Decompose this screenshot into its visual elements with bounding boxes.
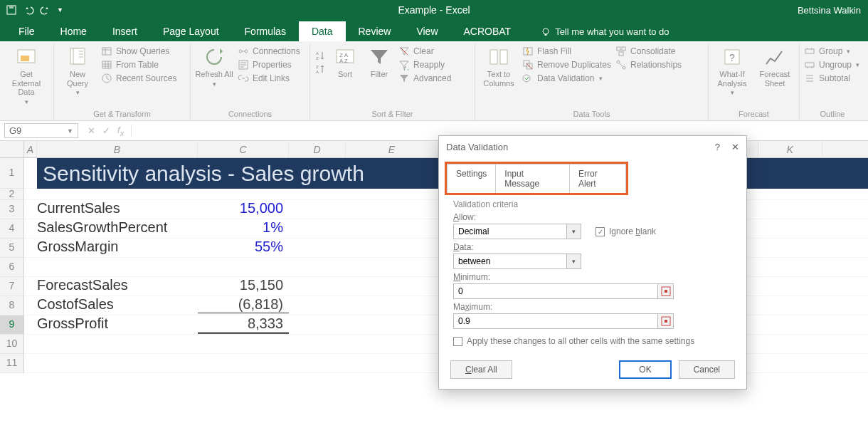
text-to-columns-button[interactable]: Text to Columns	[480, 46, 518, 88]
tab-review[interactable]: Review	[346, 21, 404, 41]
tab-error-alert[interactable]: Error Alert	[570, 164, 626, 193]
clear-all-button[interactable]: Clear All	[450, 360, 512, 379]
range-select-icon[interactable]	[658, 313, 674, 329]
col-header-b[interactable]: B	[37, 141, 198, 157]
edit-links-button[interactable]: Edit Links	[238, 73, 300, 84]
data-select[interactable]	[453, 254, 567, 269]
apply-all-checkbox[interactable]: Apply these changes to all other cells w…	[453, 336, 732, 346]
cancel-button[interactable]: Cancel	[679, 360, 735, 379]
select-all-corner[interactable]	[0, 141, 24, 157]
connections-button[interactable]: Connections	[238, 46, 300, 57]
edit-links-icon	[238, 73, 249, 84]
row-header[interactable]: 11	[0, 354, 24, 373]
flash-fill-button[interactable]: Flash Fill	[522, 46, 611, 57]
ok-button[interactable]: OK	[619, 360, 671, 379]
range-select-icon[interactable]	[658, 283, 674, 299]
row-header[interactable]: 6	[0, 258, 24, 277]
row-header[interactable]: 5	[0, 239, 24, 258]
sort-az-button[interactable]: AZ	[314, 50, 326, 61]
svg-rect-27	[617, 47, 620, 51]
svg-text:A Z: A Z	[339, 58, 348, 64]
new-query-icon	[66, 46, 89, 68]
properties-icon	[238, 59, 249, 70]
row-header[interactable]: 10	[0, 335, 24, 354]
col-header-d[interactable]: D	[289, 141, 346, 157]
svg-rect-28	[622, 47, 625, 51]
tab-acrobat[interactable]: ACROBAT	[451, 21, 524, 41]
enter-formula-icon[interactable]: ✓	[102, 125, 110, 136]
data-validation-button[interactable]: Data Validation▾	[522, 73, 611, 84]
tab-view[interactable]: View	[403, 21, 450, 41]
what-if-button[interactable]: ? What-If Analysis▾	[713, 46, 751, 97]
allow-select[interactable]	[453, 224, 567, 239]
col-header-c[interactable]: C	[198, 141, 289, 157]
maximum-input[interactable]	[453, 313, 658, 329]
properties-button[interactable]: Properties	[238, 59, 300, 70]
row-header[interactable]: 7	[0, 277, 24, 296]
redo-icon[interactable]	[40, 4, 51, 16]
refresh-all-label: Refresh All	[195, 70, 233, 79]
svg-rect-29	[619, 52, 623, 56]
consolidate-button[interactable]: Consolidate	[615, 46, 682, 57]
tell-me-search[interactable]: Tell me what you want to do	[541, 26, 669, 41]
svg-point-12	[245, 50, 248, 53]
help-icon[interactable]: ?	[715, 142, 720, 152]
clear-icon	[398, 46, 410, 57]
sort-button[interactable]: Z AA Z Sort	[330, 46, 360, 79]
ungroup-button[interactable]: Ungroup▾	[804, 59, 859, 70]
tab-input-message[interactable]: Input Message	[496, 164, 570, 193]
group-button[interactable]: Group▾	[804, 46, 859, 57]
row-header[interactable]: 3	[0, 200, 24, 219]
close-icon[interactable]: ✕	[731, 142, 739, 152]
row-header-selected[interactable]: 9	[0, 315, 24, 335]
refresh-all-button[interactable]: Refresh All▾	[195, 46, 233, 88]
tab-settings[interactable]: Settings	[447, 164, 496, 193]
text-to-columns-icon	[487, 46, 510, 68]
row-header[interactable]: 8	[0, 296, 24, 315]
show-queries-button[interactable]: Show Queries	[101, 46, 176, 57]
row-header[interactable]: 1	[0, 158, 24, 189]
advanced-button[interactable]: Advanced	[398, 73, 451, 84]
chevron-down-icon[interactable]: ▾	[567, 254, 581, 269]
recent-sources-button[interactable]: Recent Sources	[101, 73, 176, 84]
ungroup-icon	[804, 59, 815, 70]
chevron-down-icon[interactable]: ▾	[567, 224, 581, 239]
save-icon[interactable]	[6, 4, 17, 16]
remove-duplicates-button[interactable]: Remove Duplicates	[522, 59, 611, 70]
col-header-k[interactable]: K	[758, 141, 822, 157]
new-query-button[interactable]: New Query▾	[58, 46, 97, 97]
sort-za-button[interactable]: ZA	[314, 63, 326, 75]
relationships-button[interactable]: Relationships	[615, 59, 682, 70]
from-table-button[interactable]: From Table	[101, 59, 176, 70]
name-box[interactable]: G9▼	[4, 123, 78, 138]
col-header-a[interactable]: A	[24, 141, 37, 157]
ignore-blank-checkbox[interactable]: ✓ Ignore blank	[596, 226, 656, 236]
fx-icon[interactable]: fx	[117, 125, 124, 137]
tab-insert[interactable]: Insert	[100, 21, 150, 41]
svg-text:A: A	[316, 70, 319, 74]
tab-home[interactable]: Home	[48, 21, 100, 41]
get-external-data-button[interactable]: Get External Data▾	[7, 46, 46, 105]
subtotal-button[interactable]: Subtotal	[804, 73, 859, 84]
undo-icon[interactable]	[23, 4, 34, 16]
svg-rect-22	[500, 50, 507, 64]
forecast-sheet-button[interactable]: Forecast Sheet	[756, 46, 794, 88]
minimum-input[interactable]	[453, 283, 658, 299]
col-header-e[interactable]: E	[346, 141, 438, 157]
sort-az-icon: AZ	[314, 50, 326, 61]
qat-dropdown-icon[interactable]: ▼	[57, 6, 63, 14]
filter-button[interactable]: Filter	[364, 46, 394, 79]
clear-button[interactable]: Clear	[398, 46, 451, 57]
formula-input[interactable]	[132, 130, 868, 132]
tab-formulas[interactable]: Formulas	[232, 21, 299, 41]
validation-icon	[522, 73, 534, 84]
tell-me-label: Tell me what you want to do	[555, 26, 669, 37]
cancel-formula-icon[interactable]: ✕	[88, 125, 95, 136]
row-header[interactable]: 4	[0, 219, 24, 239]
tab-data[interactable]: Data	[299, 21, 346, 41]
tab-page-layout[interactable]: Page Layout	[150, 21, 232, 41]
row-header[interactable]: 2	[0, 189, 24, 200]
connections-icon	[238, 46, 249, 57]
tab-file[interactable]: File	[6, 21, 48, 41]
reapply-button[interactable]: Reapply	[398, 59, 451, 70]
